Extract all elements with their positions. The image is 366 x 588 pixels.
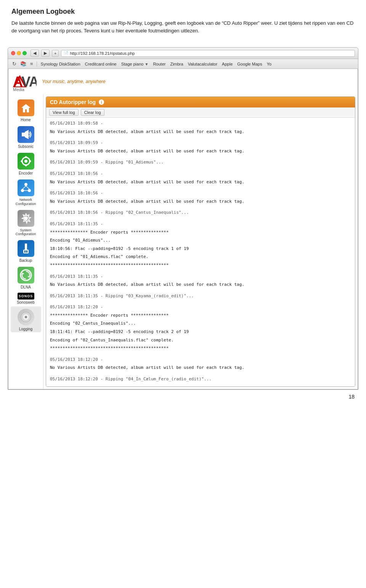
log-message-25: ****************************************…: [50, 346, 169, 351]
maximize-button[interactable]: [22, 51, 27, 55]
svg-rect-25: [24, 250, 26, 253]
log-entry-25: ****************************************…: [50, 345, 351, 352]
new-tab-button[interactable]: +: [52, 50, 59, 57]
system-icon: [18, 210, 34, 227]
window-controls: [11, 51, 27, 55]
address-bar[interactable]: 📄 http://192.168.178.21/ripstatus.php: [61, 50, 355, 57]
home-svg: [21, 103, 31, 113]
system-svg: [20, 213, 32, 224]
forward-button[interactable]: ▶: [41, 50, 50, 57]
log-timestamp-3: 05/16/2013 18:09:59 -: [50, 140, 103, 145]
log-entry-3: 05/16/2013 18:09:59 -: [50, 139, 351, 146]
log-entry-13: Encoding "01_Adiemus"...: [50, 237, 351, 244]
subsonic-svg: [20, 129, 32, 140]
browser-titlebar: ◀ ▶ + 📄 http://192.168.178.21/ripstatus.…: [8, 48, 358, 59]
ava-logo: A V A Media: [13, 72, 37, 91]
view-full-log-button[interactable]: View full log: [49, 109, 79, 116]
bookmark-stagepiano[interactable]: Stage piano ▼: [120, 61, 150, 67]
page-number: 18: [348, 394, 355, 400]
log-panel-header: CD Autoripper log i: [46, 97, 355, 107]
log-entry-12: *************** Encoder reports ********…: [50, 229, 351, 236]
page-heading: Algemeen Logboek: [11, 8, 355, 16]
sidebar-item-backup[interactable]: Backup: [11, 238, 41, 264]
minimize-button[interactable]: [17, 51, 21, 55]
svg-marker-7: [21, 104, 30, 112]
backup-icon-wrapper: [17, 239, 35, 258]
log-entry-18: No Various Artists DB detected, album ar…: [50, 281, 351, 288]
log-entry-28: 05/16/2013 18:12:20 - Ripping "04_In_Cæl…: [50, 376, 351, 383]
sidebar-item-encoder[interactable]: Encoder: [11, 151, 41, 176]
log-entry-24: Encoding of "02_Cantus_Inaequalis.flac" …: [50, 337, 351, 344]
log-timestamp-19: 05/16/2013 18:11:35 - Ripping "03_Kayama…: [50, 293, 194, 298]
nav-tools-button[interactable]: ↻: [11, 61, 18, 67]
log-timestamp-6: 05/16/2013 18:10:56 -: [50, 171, 103, 176]
svg-point-32: [25, 316, 27, 318]
log-timestamp-26: 05/16/2013 18:12:20 -: [50, 357, 103, 362]
log-entry-27: No Various Artists DB detected, album ar…: [50, 364, 351, 371]
log-timestamp-20: 05/16/2013 18:12:20 -: [50, 304, 103, 309]
logging-icon: [18, 309, 34, 325]
sonos-icon: SONOS: [18, 293, 34, 300]
nav-book-button[interactable]: 📚: [19, 61, 27, 67]
dlna-svg: [19, 268, 33, 282]
sidebar-item-logging[interactable]: Logging: [11, 306, 41, 332]
back-button[interactable]: ◀: [30, 50, 39, 57]
sidebar-item-subsonic[interactable]: Subsonic: [11, 124, 41, 150]
nav-grid-button[interactable]: ≡: [29, 61, 34, 67]
sidebar-item-sonosweb[interactable]: SONOS Sonosweb: [11, 291, 41, 306]
log-spacer-4: [50, 187, 351, 190]
log-panel-toolbar: View full log Clear log: [46, 107, 355, 118]
log-entry-2: No Various Artists DB detected, album ar…: [50, 128, 351, 135]
sidebar-item-network[interactable]: NetworkConfiguration: [11, 177, 41, 207]
log-entry-23: 18:11:41: Flac --padding=8192 -5 encodin…: [50, 328, 351, 335]
log-entry-1: 05/16/2013 18:09:58 -: [50, 120, 351, 127]
log-spacer-3: [50, 167, 351, 170]
info-icon[interactable]: i: [99, 99, 104, 105]
bookmark-zimbra[interactable]: Zimbra: [169, 61, 185, 67]
log-spacer-7: [50, 270, 351, 273]
log-timestamp-11: 05/16/2013 18:11:35 -: [50, 221, 103, 226]
svg-point-11: [24, 160, 27, 163]
bookmark-valuta[interactable]: Valutacalculator: [186, 61, 219, 67]
home-icon: [18, 99, 34, 116]
sidebar-item-dlna[interactable]: DLNA: [11, 264, 41, 290]
log-entry-19: 05/16/2013 18:11:35 - Ripping "03_Kayama…: [50, 293, 351, 300]
content-area: CD Autoripper log i View full log Clear …: [43, 94, 358, 389]
bookmark-creditcard[interactable]: Creditcard online: [83, 61, 118, 67]
log-panel: CD Autoripper log i View full log Clear …: [46, 96, 355, 387]
log-spacer-10: [50, 353, 351, 356]
sidebar-item-system[interactable]: SystemConfiguration: [11, 208, 41, 237]
main-layout: Home Sub: [8, 94, 358, 389]
sidebar-label-dlna: DLNA: [21, 285, 31, 290]
svg-point-14: [21, 160, 22, 162]
svg-marker-28: [27, 276, 30, 277]
log-message-24: Encoding of "02_Cantus_Inaequalis.flac" …: [50, 338, 174, 343]
log-entry-14: 18:10:56: Flac --padding=8192 -5 encodin…: [50, 245, 351, 252]
sidebar-label-home: Home: [21, 118, 31, 122]
clear-log-button[interactable]: Clear log: [81, 109, 104, 116]
bookmark-apple[interactable]: Apple: [220, 61, 234, 67]
log-message-22: Encoding "02_Cantus_Inaequalis"...: [50, 321, 136, 326]
sidebar-label-system: SystemConfiguration: [16, 228, 36, 237]
log-spacer-5: [50, 206, 351, 209]
bookmark-yo[interactable]: Yo: [265, 61, 273, 67]
system-icon-wrapper: [17, 209, 35, 228]
svg-rect-23: [25, 244, 27, 250]
intro-paragraph: De laatste functie binnen de web pagina …: [11, 19, 355, 34]
svg-text:A: A: [29, 74, 37, 90]
log-entry-9: No Various Artists DB detected, album ar…: [50, 198, 351, 205]
log-entry-6: 05/16/2013 18:10:56 -: [50, 170, 351, 177]
sidebar-item-home[interactable]: Home: [11, 97, 41, 123]
close-button[interactable]: [11, 51, 15, 55]
log-message-13: Encoding "01_Adiemus"...: [50, 238, 111, 243]
bookmark-googlemaps[interactable]: Google Maps: [236, 61, 263, 67]
browser-content: A V A Media Your music, anytime, anywher…: [8, 69, 358, 389]
log-message-15: Encoding of "01_Adiemus.flac" complete.: [50, 254, 148, 259]
svg-rect-24: [23, 250, 29, 253]
bookmark-synology[interactable]: Synology DiskStation: [39, 61, 82, 67]
log-timestamp-5: 05/16/2013 18:09:59 - Ripping "01_Adiemu…: [50, 160, 164, 165]
bookmark-router[interactable]: Router: [151, 61, 167, 67]
log-entry-5: 05/16/2013 18:09:59 - Ripping "01_Adiemu…: [50, 159, 351, 166]
sidebar-label-subsonic: Subsonic: [18, 144, 34, 149]
svg-text:Media: Media: [13, 87, 25, 91]
